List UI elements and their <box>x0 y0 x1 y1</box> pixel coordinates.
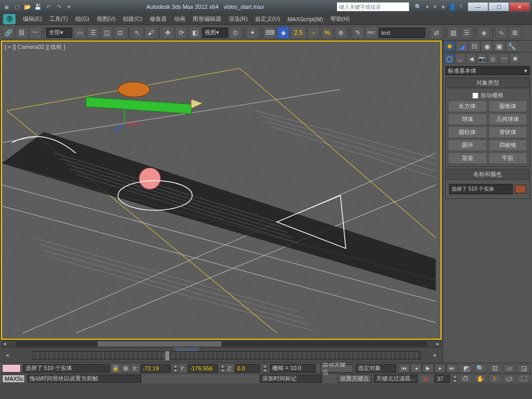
spinner-snap-icon[interactable]: ⊕ <box>335 26 347 39</box>
goto-start-icon[interactable]: ⏮ <box>398 364 410 373</box>
isolate-icon[interactable]: ◩ <box>460 364 472 373</box>
key-mode-icon[interactable]: ● <box>420 375 432 383</box>
btn-geosphere[interactable]: 几何球体 <box>488 113 528 125</box>
select-by-name-icon[interactable]: ☰ <box>87 26 99 39</box>
rollout-title-namecolor[interactable]: 名称和颜色 <box>446 169 529 180</box>
rollout-title-objtype[interactable]: 对象类型 <box>446 78 529 88</box>
move-icon[interactable]: ✥ <box>162 26 174 39</box>
frame-spinner[interactable]: ▴▾ <box>452 375 457 383</box>
time-tag-button[interactable]: 添加时间标记 <box>260 375 322 383</box>
select-paint-icon[interactable]: 🖌 <box>144 26 157 39</box>
new-icon[interactable]: ▢ <box>12 2 22 11</box>
tab-hierarchy-icon[interactable]: ℍ <box>468 41 481 52</box>
selection-lock-icon[interactable]: 🔒 <box>112 365 119 372</box>
autogrid-checkbox[interactable] <box>472 92 478 99</box>
selection-filter-dropdown[interactable]: 全部 ▾ <box>46 28 72 38</box>
rotate-icon[interactable]: ⟳ <box>175 26 188 39</box>
tab-display-icon[interactable]: ▣ <box>493 41 506 52</box>
help-icon[interactable]: ? <box>459 4 462 10</box>
geometry-icon[interactable]: ◯ <box>444 54 455 64</box>
autokey-button[interactable]: 自动关键点 <box>320 364 353 373</box>
btn-box[interactable]: 长方体 <box>448 100 487 112</box>
y-value[interactable]: -176.556 <box>188 364 218 373</box>
timeline-prev-icon[interactable]: ◂ <box>3 352 11 358</box>
nav-walk-icon[interactable]: 🚶 <box>488 375 501 383</box>
timeline-next-icon[interactable]: ▸ <box>431 352 440 358</box>
select-manipulate-icon[interactable]: ✦ <box>246 26 259 39</box>
btn-cone[interactable]: 圆锥体 <box>488 100 528 112</box>
btn-pyramid[interactable]: 四棱锥 <box>488 139 528 151</box>
key-target-dropdown[interactable]: 选定对象 <box>355 364 396 373</box>
window-crossing-icon[interactable]: ⊡ <box>114 26 126 39</box>
save-icon[interactable]: 💾 <box>33 2 43 11</box>
menu-help[interactable]: 帮助(H) <box>330 15 350 23</box>
time-config-icon[interactable]: ⏱ <box>459 375 472 383</box>
scroll-track[interactable] <box>16 341 427 347</box>
keyboard-shortcut-icon[interactable]: ⌨ <box>263 26 276 39</box>
btn-teapot[interactable]: 茶壶 <box>448 152 487 164</box>
maxscript-listener-button[interactable]: MAXSc <box>2 375 25 383</box>
help-search-input[interactable] <box>337 2 409 11</box>
menu-modifiers[interactable]: 修改器 <box>150 15 167 23</box>
nav-zoomext-icon[interactable]: ◲ <box>517 364 530 373</box>
app-logo-icon[interactable]: Ⓢ <box>3 14 16 24</box>
subscription-icon[interactable]: ✦ <box>425 4 430 10</box>
setkey-button[interactable]: 设置关键点 <box>338 375 371 383</box>
nav-maximize-icon[interactable]: ⛶ <box>517 375 530 383</box>
named-selection-dropdown[interactable]: text <box>379 28 425 38</box>
exchange-icon[interactable]: ✕ <box>433 4 437 10</box>
scroll-left-icon[interactable]: ◂ <box>1 340 8 347</box>
bind-spacewarp-icon[interactable]: 〰 <box>29 26 42 39</box>
menu-animation[interactable]: 动画 <box>174 15 185 23</box>
scroll-thumb[interactable] <box>98 341 221 347</box>
unlink-icon[interactable]: ⛓ <box>16 26 28 39</box>
open-icon[interactable]: 📂 <box>23 2 32 11</box>
minimize-button[interactable]: — <box>468 2 488 11</box>
angle-snap-icon[interactable]: ⌢ <box>308 26 320 39</box>
snap-toggle-icon[interactable]: ◆ <box>277 26 289 39</box>
abc-icon[interactable]: ABC <box>365 26 378 39</box>
tab-motion-icon[interactable]: ◉ <box>481 41 493 52</box>
x-spinner[interactable]: ▴▾ <box>173 364 178 373</box>
scale-icon[interactable]: ◧ <box>189 26 201 39</box>
object-color-swatch[interactable] <box>515 185 526 193</box>
curve-editor-icon[interactable]: ∿ <box>495 26 508 39</box>
timeline-track[interactable] <box>32 351 421 360</box>
current-frame-field[interactable]: 37 <box>434 375 450 383</box>
timeline-scrubber[interactable] <box>165 351 170 361</box>
app-menu-icon[interactable]: ◉ <box>2 2 11 11</box>
key-filters-button[interactable]: 关键点过滤器... <box>374 375 418 383</box>
z-value[interactable]: 0.0 <box>235 364 261 373</box>
object-name-field[interactable]: 选择了 510 个实体 <box>449 184 513 194</box>
menu-customize[interactable]: 自定义(U) <box>255 15 280 23</box>
graphite-ribbon-icon[interactable]: ◈ <box>478 26 490 39</box>
link-icon[interactable]: 🔗 <box>2 26 15 39</box>
ref-coord-dropdown[interactable]: 视图 ▾ <box>202 28 228 38</box>
viewport-label[interactable]: [ + ][ Camera02 ][ 线框 ] <box>5 43 65 51</box>
layer-manager-icon[interactable]: ☱ <box>461 26 473 39</box>
z-spinner[interactable]: ▴▾ <box>262 364 268 373</box>
viewport-scrollbar[interactable]: ◂ ▸ <box>1 340 442 347</box>
play-icon[interactable]: ▶ <box>422 364 434 373</box>
btn-plane[interactable]: 平面 <box>488 152 528 164</box>
maximize-button[interactable]: ☐ <box>488 2 509 11</box>
menu-rendering[interactable]: 渲染(R) <box>229 15 248 23</box>
tab-create-icon[interactable]: ✹ <box>443 41 456 52</box>
select-icon[interactable]: ▭ <box>73 26 86 39</box>
menu-maxscript[interactable]: MAXScript(M) <box>287 16 323 22</box>
menu-views[interactable]: 视图(V) <box>97 15 116 23</box>
y-spinner[interactable]: ▴▾ <box>220 364 225 373</box>
btn-cylinder[interactable]: 圆柱体 <box>448 126 487 138</box>
select-region-icon[interactable]: ◫ <box>100 26 113 39</box>
spacewarps-icon[interactable]: 〰 <box>499 54 509 64</box>
search-go-icon[interactable]: 🔍 <box>415 4 422 10</box>
nav-fov-icon[interactable]: ▱ <box>503 364 516 373</box>
next-frame-icon[interactable]: ▸ <box>434 364 446 373</box>
prev-frame-icon[interactable]: ◂ <box>410 364 422 373</box>
tab-utilities-icon[interactable]: 🔧 <box>506 41 518 52</box>
scroll-right-icon[interactable]: ▸ <box>434 340 442 347</box>
select-object-icon[interactable]: ↖ <box>131 26 143 39</box>
helpers-icon[interactable]: ◎ <box>488 54 498 64</box>
mirror-icon[interactable]: ⇄ <box>430 26 443 39</box>
menu-grapheditors[interactable]: 图形编辑器 <box>193 15 221 23</box>
